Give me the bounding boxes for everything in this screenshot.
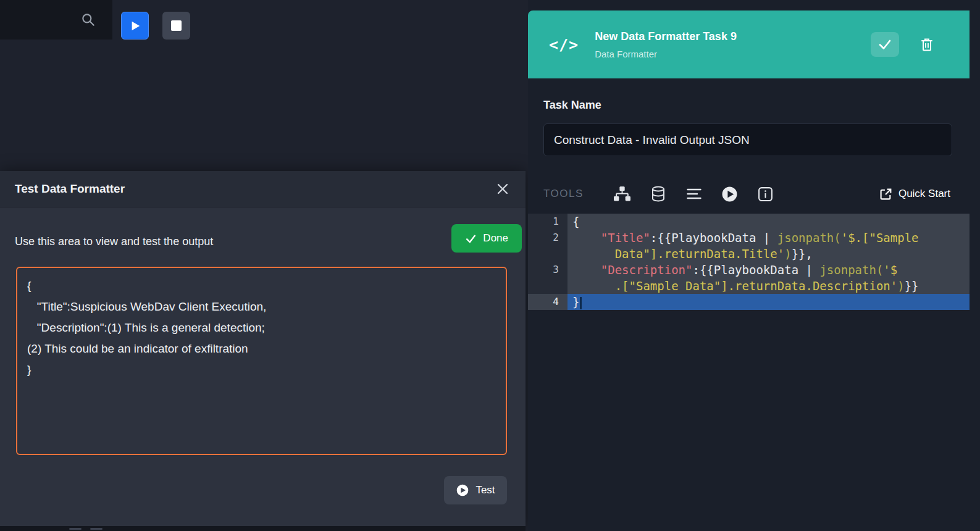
tool-info-button[interactable] xyxy=(755,183,776,204)
line-number: 4 xyxy=(528,294,567,310)
check-icon xyxy=(877,37,892,52)
tool-run-button[interactable] xyxy=(719,183,740,204)
line-number: 2 xyxy=(528,230,567,246)
quick-start-link[interactable]: Quick Start xyxy=(876,187,954,201)
database-icon xyxy=(651,186,666,202)
tools-label: TOOLS xyxy=(543,188,584,200)
task-header-titles: New Data Formatter Task 9 Data Formatter xyxy=(595,30,737,59)
app-root: Test Data Formatter Use this area to vie… xyxy=(0,0,980,531)
external-link-icon xyxy=(879,188,892,201)
modal-description: Use this area to view and test the outpu… xyxy=(15,235,213,248)
check-icon xyxy=(465,233,477,245)
play-circle-icon xyxy=(721,186,738,203)
test-data-formatter-modal: Test Data Formatter Use this area to vie… xyxy=(0,171,526,526)
delete-task-button[interactable] xyxy=(913,32,941,57)
task-panel: </> New Data Formatter Task 9 Data Forma… xyxy=(528,0,980,531)
sitemap-icon xyxy=(614,186,630,201)
modal-title: Test Data Formatter xyxy=(15,182,495,196)
align-lines-icon xyxy=(687,188,701,200)
code-editor[interactable]: 1{2 "Title":{{PlaybookData | jsonpath('$… xyxy=(528,214,970,310)
trash-icon xyxy=(921,38,933,51)
code-line[interactable]: 4} xyxy=(528,294,970,310)
close-icon xyxy=(497,183,508,194)
tool-lines-button[interactable] xyxy=(684,183,705,204)
done-button[interactable]: Done xyxy=(451,224,522,253)
tool-database-button[interactable] xyxy=(648,183,669,204)
search-icon xyxy=(80,12,96,28)
confirm-task-button[interactable] xyxy=(871,32,899,57)
tool-sitemap-button[interactable] xyxy=(612,183,633,204)
stop-playbook-button[interactable] xyxy=(162,12,190,40)
done-button-label: Done xyxy=(483,232,508,245)
stop-icon xyxy=(171,20,182,31)
task-name-input[interactable] xyxy=(543,123,952,156)
output-textarea[interactable]: { "Title":Suspicious WebDav Client Execu… xyxy=(16,267,507,455)
task-header-actions xyxy=(871,32,941,57)
code-line[interactable]: .["Sample Data"].returnData.Description'… xyxy=(528,278,970,294)
test-button-label: Test xyxy=(475,484,495,496)
tool-buttons xyxy=(612,183,776,204)
search-bar[interactable] xyxy=(0,0,112,40)
code-icon: </> xyxy=(549,36,579,54)
code-line[interactable]: Data"].returnData.Title')}}, xyxy=(528,246,970,262)
task-name-label: Task Name xyxy=(543,99,601,112)
text-cursor xyxy=(580,297,582,309)
quick-start-label: Quick Start xyxy=(898,188,950,200)
task-header: </> New Data Formatter Task 9 Data Forma… xyxy=(528,10,970,78)
close-button[interactable] xyxy=(495,181,511,197)
line-number xyxy=(528,246,567,262)
code-text: { xyxy=(567,214,970,230)
task-title: New Data Formatter Task 9 xyxy=(595,30,737,43)
play-circle-icon xyxy=(456,483,469,497)
test-button[interactable]: Test xyxy=(444,476,507,504)
code-text: "Title":{{PlaybookData | jsonpath('$.["S… xyxy=(567,230,970,246)
code-text: Data"].returnData.Title')}}, xyxy=(567,246,970,262)
play-icon xyxy=(130,20,141,31)
modal-header: Test Data Formatter xyxy=(0,171,526,207)
tools-toolbar: TOOLS xyxy=(543,178,954,210)
code-line[interactable]: 1{ xyxy=(528,214,970,230)
code-line[interactable]: 2 "Title":{{PlaybookData | jsonpath('$.[… xyxy=(528,230,970,246)
line-number: 1 xyxy=(528,214,567,230)
line-number xyxy=(528,278,567,294)
code-text: "Description":{{PlaybookData | jsonpath(… xyxy=(567,262,970,278)
canvas-artifact xyxy=(0,526,526,531)
line-number: 3 xyxy=(528,262,567,278)
info-icon xyxy=(758,186,773,202)
code-text: .["Sample Data"].returnData.Description'… xyxy=(567,278,970,294)
code-text: } xyxy=(567,294,970,310)
run-playbook-button[interactable] xyxy=(121,12,149,40)
code-line[interactable]: 3 "Description":{{PlaybookData | jsonpat… xyxy=(528,262,970,278)
task-subtitle: Data Formatter xyxy=(595,49,737,59)
